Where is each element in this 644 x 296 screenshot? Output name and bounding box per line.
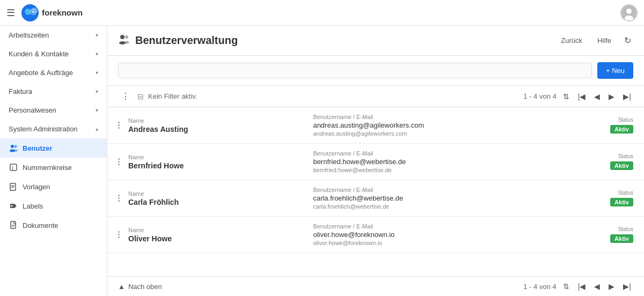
user-name: Carla Fröhlich <box>128 198 313 206</box>
footer-sort-button[interactable]: ⇅ <box>561 281 572 292</box>
sidebar-sub-label: Labels <box>23 202 43 210</box>
status-badge: Aktiv <box>610 198 633 206</box>
row-email-col: Benutzername / E-Mail bernfried.howe@web… <box>313 150 590 173</box>
user-email-primary: oliver.howe@foreknown.io <box>313 231 590 239</box>
row-menu-icon[interactable] <box>118 231 120 238</box>
col-name-label: Name <box>128 117 313 124</box>
first-page-button[interactable]: |◀ <box>576 91 588 102</box>
prev-page-button[interactable]: ◀ <box>592 91 602 102</box>
filter-left: ⋮ ⊟ Kein Filter aktiv. <box>118 90 197 102</box>
new-button[interactable]: + Neu <box>597 62 633 79</box>
footer-pagination: 1 - 4 von 4 ⇅ |◀ ◀ ▶ ▶| <box>523 281 633 292</box>
row-menu-icon[interactable] <box>118 195 120 202</box>
last-page-button[interactable]: ▶| <box>621 91 633 102</box>
next-page-button[interactable]: ▶ <box>606 91 617 102</box>
col-email-label: Benutzername / E-Mail <box>313 114 590 120</box>
benutzer-icon <box>118 33 130 48</box>
svg-text:1: 1 <box>11 165 14 171</box>
status-badge: Aktiv <box>610 234 633 243</box>
logo-icon <box>21 4 39 21</box>
filter-text: Kein Filter aktiv. <box>148 92 197 100</box>
table-row: Name Carla Fröhlich Benutzername / E-Mai… <box>107 180 644 217</box>
sidebar-item-faktura[interactable]: Faktura ▾ <box>0 82 107 101</box>
main-footer: ▲ Nach oben 1 - 4 von 4 ⇅ |◀ ◀ ▶ ▶| <box>107 276 644 296</box>
sidebar-item-personalwesen[interactable]: Personalwesen ▾ <box>0 101 107 120</box>
svg-point-7 <box>11 145 14 148</box>
col-name-label: Name <box>128 190 313 197</box>
chevron-down-icon: ▾ <box>96 32 98 38</box>
header-actions: Zurück Hilfe ↻ <box>557 33 633 48</box>
main-header: Benutzerverwaltung Zurück Hilfe ↻ <box>107 26 644 56</box>
row-content: Name Bernfried Howe Benutzername / E-Mai… <box>128 150 633 173</box>
svg-point-10 <box>14 150 18 152</box>
sidebar-item-label: Arbeitszeiten <box>9 31 49 39</box>
search-input[interactable] <box>118 63 592 78</box>
chevron-up-icon: ▴ <box>96 126 98 132</box>
table-row: Name Oliver Howe Benutzername / E-Mail o… <box>107 217 644 253</box>
footer-last-page-button[interactable]: ▶| <box>621 281 633 292</box>
col-status-label: Status <box>590 117 633 123</box>
main-content: Benutzerverwaltung Zurück Hilfe ↻ + Neu … <box>107 26 644 296</box>
row-options-button[interactable]: ⋮ <box>118 90 133 102</box>
sidebar-item-label: System Administration <box>9 125 78 133</box>
page-title: Benutzerverwaltung <box>118 33 238 48</box>
chevron-down-icon: ▾ <box>96 107 98 113</box>
user-name: Oliver Howe <box>128 234 313 243</box>
row-content: Name Carla Fröhlich Benutzername / E-Mai… <box>128 187 633 210</box>
sidebar-item-nummernkreise[interactable]: 1 Nummernkreise <box>0 158 107 177</box>
row-menu-icon[interactable] <box>118 158 120 165</box>
pagination-count: 1 - 4 von 4 <box>523 92 556 100</box>
sidebar-item-kunden-kontakte[interactable]: Kunden & Kontakte ▾ <box>0 45 107 63</box>
sidebar-item-labels[interactable]: Labels <box>0 196 107 216</box>
user-email-primary: carla.froehlich@webertise.de <box>313 194 590 202</box>
footer-prev-page-button[interactable]: ◀ <box>592 281 602 292</box>
footer-next-page-button[interactable]: ▶ <box>606 281 617 292</box>
sidebar-item-system-administration[interactable]: System Administration ▴ <box>0 120 107 138</box>
arrow-up-icon: ▲ <box>118 283 125 291</box>
sidebar-item-arbeitszeiten[interactable]: Arbeitszeiten ▾ <box>0 26 107 45</box>
user-email-secondary: oliver.howe@foreknown.io <box>313 240 590 246</box>
status-badge: Aktiv <box>610 161 633 170</box>
sidebar: Arbeitszeiten ▾ Kunden & Kontakte ▾ Ange… <box>0 26 107 296</box>
chevron-down-icon: ▾ <box>96 70 98 76</box>
sidebar-item-angebote-auftraege[interactable]: Angebote & Aufträge ▾ <box>0 63 107 82</box>
sidebar-item-vorlagen[interactable]: Vorlagen <box>0 177 107 196</box>
refresh-button[interactable]: ↻ <box>622 33 633 48</box>
sidebar-item-label: Kunden & Kontakte <box>9 50 69 58</box>
filter-bar: ⋮ ⊟ Kein Filter aktiv. 1 - 4 von 4 ⇅ |◀ … <box>107 86 644 107</box>
sidebar-sub-label: Dokumente <box>23 221 58 230</box>
back-button[interactable]: Zurück <box>557 34 587 47</box>
row-menu-icon[interactable] <box>118 122 120 129</box>
user-email-primary: andreas.austing@agileworkers.com <box>313 121 590 129</box>
svg-point-9 <box>14 145 17 148</box>
svg-point-3 <box>32 11 34 13</box>
filter-icon[interactable]: ⊟ <box>137 92 144 101</box>
row-email-col: Benutzername / E-Mail andreas.austing@ag… <box>313 114 590 137</box>
user-name: Andreas Austing <box>128 125 313 134</box>
col-email-label: Benutzername / E-Mail <box>313 150 590 157</box>
footer-first-page-button[interactable]: |◀ <box>576 281 588 292</box>
sidebar-item-dokumente[interactable]: Dokumente <box>0 216 107 235</box>
chevron-down-icon: ▾ <box>96 88 98 94</box>
row-email-col: Benutzername / E-Mail oliver.howe@forekn… <box>313 223 590 246</box>
sidebar-item-benutzer[interactable]: Benutzer <box>0 138 107 158</box>
row-status-col: Status Aktiv <box>590 190 633 206</box>
templates-icon <box>9 182 18 191</box>
labels-icon <box>9 201 18 211</box>
row-name-col: Name Bernfried Howe <box>128 154 313 170</box>
table-row: Name Andreas Austing Benutzername / E-Ma… <box>107 107 644 144</box>
sidebar-sub-label: Nummernkreise <box>23 164 72 172</box>
sidebar-item-label: Faktura <box>9 87 32 95</box>
back-to-top[interactable]: ▲ Nach oben <box>118 283 162 291</box>
col-name-label: Name <box>128 227 313 233</box>
row-status-col: Status Aktiv <box>590 153 633 170</box>
svg-point-5 <box>626 9 632 14</box>
documents-icon <box>9 220 18 230</box>
help-button[interactable]: Hilfe <box>593 34 616 47</box>
svg-point-2 <box>31 9 36 14</box>
user-avatar[interactable] <box>620 4 638 21</box>
col-email-label: Benutzername / E-Mail <box>313 187 590 193</box>
user-email-secondary: bernfried.howe@webertise.de <box>313 167 590 173</box>
sort-button[interactable]: ⇅ <box>561 91 572 102</box>
hamburger-menu[interactable]: ☰ <box>6 7 15 19</box>
